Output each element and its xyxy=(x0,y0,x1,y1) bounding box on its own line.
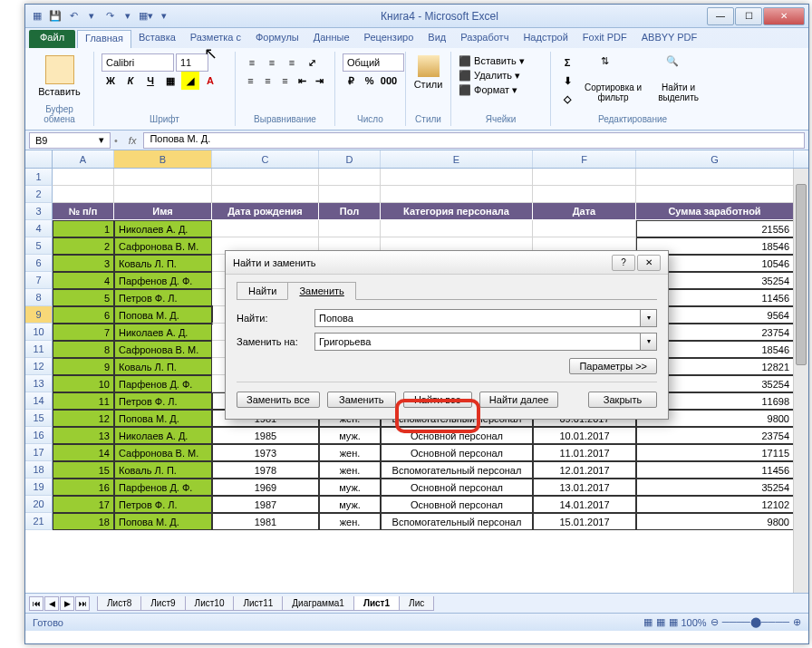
ribbon-tab-formulas[interactable]: Формулы xyxy=(248,30,306,48)
fx-icon[interactable]: fx xyxy=(129,135,137,146)
scrollbar-thumb[interactable] xyxy=(796,184,807,365)
cell[interactable] xyxy=(212,220,319,237)
ribbon-tab-data[interactable]: Данные xyxy=(306,30,357,48)
cells-format-button[interactable]: ⬛ Формат ▾ xyxy=(459,82,543,97)
cell[interactable]: 1973 xyxy=(212,444,319,461)
row-header-16[interactable]: 16 xyxy=(25,427,53,444)
cell[interactable]: Вспомогательный персонал xyxy=(381,461,533,479)
cell[interactable]: 14 xyxy=(53,444,114,461)
zoom-level[interactable]: 100% xyxy=(682,617,707,628)
dialog-help-button[interactable]: ? xyxy=(612,255,635,271)
cell[interactable]: Сафронова В. М. xyxy=(114,341,212,358)
italic-button[interactable]: К xyxy=(121,72,140,90)
cell[interactable]: 11456 xyxy=(636,461,794,479)
col-header-F[interactable]: F xyxy=(533,150,636,168)
row-header-15[interactable]: 15 xyxy=(25,410,53,427)
cell[interactable]: 13 xyxy=(53,427,114,444)
table-header-cell[interactable]: Пол xyxy=(319,203,381,220)
cell[interactable] xyxy=(533,169,636,186)
cell[interactable]: 35254 xyxy=(636,479,794,496)
cell[interactable]: Петров Ф. Л. xyxy=(114,392,212,410)
ribbon-tab-insert[interactable]: Вставка xyxy=(131,30,183,48)
dialog-titlebar[interactable]: Найти и заменить ? ✕ xyxy=(226,251,668,275)
cell[interactable]: 1969 xyxy=(212,479,319,496)
row-header-3[interactable]: 3 xyxy=(25,203,53,220)
cell[interactable]: 1 xyxy=(53,220,114,237)
cell[interactable] xyxy=(212,169,319,186)
row-header-18[interactable]: 18 xyxy=(25,461,53,479)
row-header-8[interactable]: 8 xyxy=(25,289,53,306)
cell[interactable]: 15.01.2017 xyxy=(533,513,636,530)
table-header-cell[interactable]: Дата рождения xyxy=(212,203,319,220)
close-dialog-button[interactable]: Закрыть xyxy=(588,392,657,408)
cell[interactable]: Петров Ф. Л. xyxy=(114,496,212,513)
table-header-cell[interactable]: Дата xyxy=(533,203,636,220)
styles-button[interactable]: Стили xyxy=(413,53,443,92)
cell[interactable]: Основной персонал xyxy=(381,496,533,513)
undo-dropdown-icon[interactable]: ▾ xyxy=(83,8,100,24)
ribbon-tab-addins[interactable]: Надстрой xyxy=(516,30,575,48)
cell[interactable]: Коваль Л. П. xyxy=(114,461,212,479)
cell[interactable]: 18 xyxy=(53,513,114,530)
redo-icon[interactable]: ↷ xyxy=(102,8,118,24)
cell[interactable]: Попова М. Д. xyxy=(114,513,212,530)
cells-insert-button[interactable]: ⬛ Вставить ▾ xyxy=(459,53,543,68)
cell[interactable] xyxy=(114,186,212,203)
cell[interactable]: 9 xyxy=(53,358,114,375)
name-box[interactable]: B9 ▾ xyxy=(29,132,111,149)
font-color-button[interactable]: А xyxy=(201,72,219,90)
number-format-select[interactable] xyxy=(343,53,404,72)
sheet-nav-last[interactable]: ⏭ xyxy=(75,596,90,611)
table-header-cell[interactable]: Сумма заработной xyxy=(636,203,794,220)
cell[interactable]: 1981 xyxy=(212,513,319,530)
autosum-button[interactable]: Σ xyxy=(558,53,576,72)
cell[interactable] xyxy=(533,186,636,203)
cell[interactable]: 10.01.2017 xyxy=(533,427,636,444)
percent-button[interactable]: % xyxy=(362,72,379,90)
replace-all-button[interactable]: Заменить все xyxy=(237,392,320,408)
comma-button[interactable]: 000 xyxy=(380,72,398,90)
underline-button[interactable]: Ч xyxy=(141,72,160,90)
cell[interactable]: 21556 xyxy=(636,220,794,237)
row-header-1[interactable]: 1 xyxy=(25,169,53,186)
cell[interactable]: муж. xyxy=(319,427,381,444)
cell[interactable]: 23754 xyxy=(636,427,794,444)
cell[interactable]: 3 xyxy=(53,255,114,272)
find-all-button[interactable]: Найти все xyxy=(403,392,472,408)
cell[interactable] xyxy=(533,220,636,237)
col-header-G[interactable]: G xyxy=(636,150,794,168)
cell[interactable]: 15 xyxy=(53,461,114,479)
ribbon-tab-developer[interactable]: Разработч xyxy=(453,30,516,48)
cell[interactable]: 16 xyxy=(53,479,114,496)
cell[interactable]: Основной персонал xyxy=(381,444,533,461)
zoom-out-button[interactable]: ⊖ xyxy=(710,616,719,628)
row-header-5[interactable]: 5 xyxy=(25,237,53,255)
qat-more-icon[interactable]: ▦▾ xyxy=(138,8,154,24)
indent-inc-button[interactable]: ⇥ xyxy=(312,72,327,90)
cell[interactable] xyxy=(319,186,381,203)
zoom-slider[interactable]: ────⬤──── xyxy=(722,616,789,628)
col-header-C[interactable]: C xyxy=(212,150,319,168)
row-header-13[interactable]: 13 xyxy=(25,375,53,392)
replace-button[interactable]: Заменить xyxy=(327,392,396,408)
cell[interactable] xyxy=(212,186,319,203)
border-button[interactable]: ▦ xyxy=(161,72,179,90)
sheet-tab[interactable]: Лист9 xyxy=(140,596,185,611)
row-header-2[interactable]: 2 xyxy=(25,186,53,203)
params-button[interactable]: Параметры >> xyxy=(569,358,657,374)
table-header-cell[interactable]: № п/п xyxy=(53,203,114,220)
find-next-button[interactable]: Найти далее xyxy=(479,392,559,408)
find-select-button[interactable]: 🔍 Найти и выделить xyxy=(650,53,707,108)
cell[interactable]: муж. xyxy=(319,479,381,496)
align-center-button[interactable]: ≡ xyxy=(260,72,276,90)
cell[interactable]: 1985 xyxy=(212,427,319,444)
replace-input[interactable] xyxy=(314,333,641,351)
cell[interactable]: 11 xyxy=(53,392,114,410)
ribbon-tab-view[interactable]: Вид xyxy=(420,30,453,48)
cell[interactable]: 7 xyxy=(53,324,114,341)
cell[interactable]: 9800 xyxy=(636,513,794,530)
ribbon-tab-abbyy[interactable]: ABBYY PDF xyxy=(634,30,705,48)
dialog-close-button[interactable]: ✕ xyxy=(637,255,661,271)
cell[interactable]: Николаев А. Д. xyxy=(114,324,212,341)
cell[interactable]: муж. xyxy=(319,496,381,513)
